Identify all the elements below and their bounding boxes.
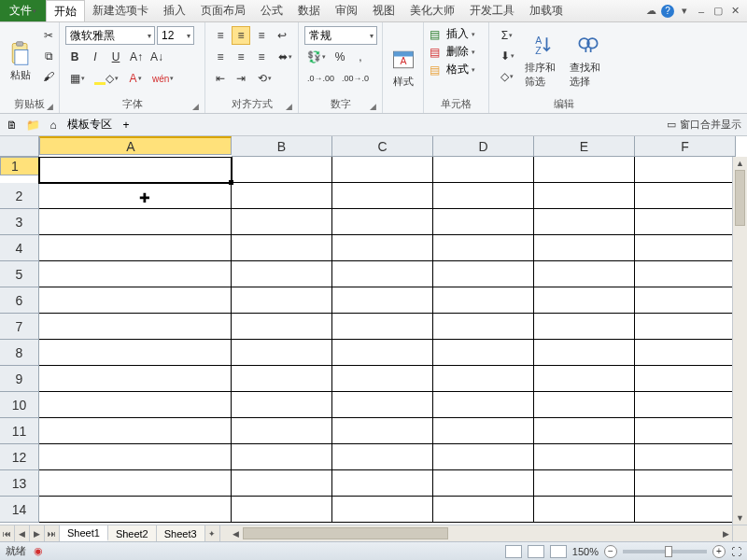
autosum-button[interactable]: Σ▾ xyxy=(495,26,519,45)
col-header-C[interactable]: C xyxy=(332,136,433,157)
cell-D1[interactable] xyxy=(433,157,534,183)
home-icon[interactable]: ⌂ xyxy=(47,119,60,132)
merge-window-icon[interactable]: ▭ xyxy=(667,119,676,131)
cell-E6[interactable] xyxy=(534,287,635,314)
scroll-right-icon[interactable]: ▶ xyxy=(719,525,732,541)
cell-D8[interactable] xyxy=(433,340,534,366)
cell-F2[interactable] xyxy=(635,183,736,209)
tab-new[interactable]: 新建选项卡 xyxy=(85,0,156,21)
merge-window-label[interactable]: 窗口合并显示 xyxy=(680,118,741,132)
cell-D5[interactable] xyxy=(433,261,534,287)
row-header-2[interactable]: 2 xyxy=(0,183,39,209)
fill-color-button[interactable]: ◇▾ xyxy=(92,69,121,88)
cell-E8[interactable] xyxy=(534,340,635,366)
cell-C9[interactable] xyxy=(332,366,433,392)
cell-A2[interactable] xyxy=(39,183,232,209)
cell-B6[interactable] xyxy=(232,287,332,314)
cell-E2[interactable] xyxy=(534,183,635,209)
cell-D13[interactable] xyxy=(433,470,534,497)
row-header-10[interactable]: 10 xyxy=(0,392,39,418)
row-header-11[interactable]: 11 xyxy=(0,418,39,444)
scroll-down-icon[interactable]: ▼ xyxy=(733,511,747,525)
col-header-B[interactable]: B xyxy=(232,136,332,157)
cell-D12[interactable] xyxy=(433,444,534,470)
cell-C4[interactable] xyxy=(332,235,433,261)
cell-B11[interactable] xyxy=(232,418,332,444)
font-name-select[interactable]: 微软雅黑▾ xyxy=(65,26,155,45)
cell-E1[interactable] xyxy=(534,157,635,183)
cell-A9[interactable] xyxy=(39,366,232,392)
cell-D6[interactable] xyxy=(433,287,534,314)
tab-view[interactable]: 视图 xyxy=(365,0,402,21)
cell-B8[interactable] xyxy=(232,340,332,366)
cell-F13[interactable] xyxy=(635,470,736,497)
cell-E12[interactable] xyxy=(534,444,635,470)
cell-F10[interactable] xyxy=(635,392,736,418)
cell-C10[interactable] xyxy=(332,392,433,418)
cell-B2[interactable] xyxy=(232,183,332,209)
cell-D4[interactable] xyxy=(433,235,534,261)
new-sheet-icon[interactable]: ✦ xyxy=(205,525,220,541)
add-tab-icon[interactable]: + xyxy=(120,119,133,132)
sheet-tab-3[interactable]: Sheet3 xyxy=(157,525,205,541)
cloud-icon[interactable]: ☁ xyxy=(644,5,657,18)
row-header-9[interactable]: 9 xyxy=(0,366,39,392)
format-painter-button[interactable]: 🖌 xyxy=(39,67,58,86)
cell-B12[interactable] xyxy=(232,444,332,470)
cell-A13[interactable] xyxy=(39,470,232,497)
prev-sheet-icon[interactable]: ◀ xyxy=(15,525,30,541)
vertical-scrollbar[interactable]: ▲ ▼ xyxy=(732,157,747,525)
clear-button[interactable]: ◇▾ xyxy=(495,67,519,86)
last-sheet-icon[interactable]: ⏭ xyxy=(45,525,60,541)
sheet-tab-2[interactable]: Sheet2 xyxy=(108,525,157,541)
cell-A11[interactable] xyxy=(39,418,232,444)
align-right-button[interactable]: ≡ xyxy=(252,48,271,66)
increase-indent-button[interactable]: ⇥ xyxy=(232,69,250,88)
underline-button[interactable]: U xyxy=(106,48,125,66)
cell-E5[interactable] xyxy=(534,261,635,287)
help-icon[interactable]: ? xyxy=(661,5,674,18)
find-select-button[interactable]: 查找和选择 xyxy=(568,26,609,95)
delete-cells-button[interactable]: ▤ 删除▾ xyxy=(430,44,475,60)
cell-C1[interactable] xyxy=(332,157,433,183)
italic-button[interactable]: I xyxy=(86,48,105,66)
fill-button[interactable]: ⬇▾ xyxy=(495,47,519,65)
col-header-F[interactable]: F xyxy=(635,136,736,157)
align-middle-button[interactable]: ≡ xyxy=(232,26,250,45)
cell-D14[interactable] xyxy=(433,497,534,523)
scroll-left-icon[interactable]: ◀ xyxy=(230,525,243,541)
cell-B5[interactable] xyxy=(232,261,332,287)
cell-E13[interactable] xyxy=(534,470,635,497)
cell-F3[interactable] xyxy=(635,209,736,235)
cell-A4[interactable] xyxy=(39,235,232,261)
percent-button[interactable]: % xyxy=(331,48,349,66)
cell-E4[interactable] xyxy=(534,235,635,261)
tab-addins[interactable]: 加载项 xyxy=(522,0,571,21)
row-header-14[interactable]: 14 xyxy=(0,497,39,523)
cell-A5[interactable] xyxy=(39,261,232,287)
template-area-link[interactable]: 模板专区 xyxy=(67,117,112,133)
cell-E9[interactable] xyxy=(534,366,635,392)
paste-button[interactable]: 粘贴 xyxy=(6,26,35,95)
row-header-8[interactable]: 8 xyxy=(0,340,39,366)
cell-C6[interactable] xyxy=(332,287,433,314)
cell-C13[interactable] xyxy=(332,470,433,497)
cell-F6[interactable] xyxy=(635,287,736,314)
cell-F11[interactable] xyxy=(635,418,736,444)
horizontal-scrollbar[interactable]: ◀ ▶ xyxy=(230,525,732,541)
currency-button[interactable]: 💱▾ xyxy=(304,48,329,66)
merge-cells-button[interactable]: ⬌▾ xyxy=(273,48,297,66)
cell-C11[interactable] xyxy=(332,418,433,444)
cell-B3[interactable] xyxy=(232,209,332,235)
comma-button[interactable]: , xyxy=(351,48,370,66)
bold-button[interactable]: B xyxy=(65,48,84,66)
increase-decimal-button[interactable]: .0→.00 xyxy=(304,69,337,88)
normal-view-button[interactable] xyxy=(505,545,522,558)
cell-F14[interactable] xyxy=(635,497,736,523)
align-center-button[interactable]: ≡ xyxy=(232,48,250,66)
font-color-button[interactable]: A▾ xyxy=(123,69,148,88)
decrease-indent-button[interactable]: ⇤ xyxy=(211,69,230,88)
row-header-4[interactable]: 4 xyxy=(0,235,39,261)
tab-home[interactable]: 开始 xyxy=(46,0,85,21)
cell-E10[interactable] xyxy=(534,392,635,418)
